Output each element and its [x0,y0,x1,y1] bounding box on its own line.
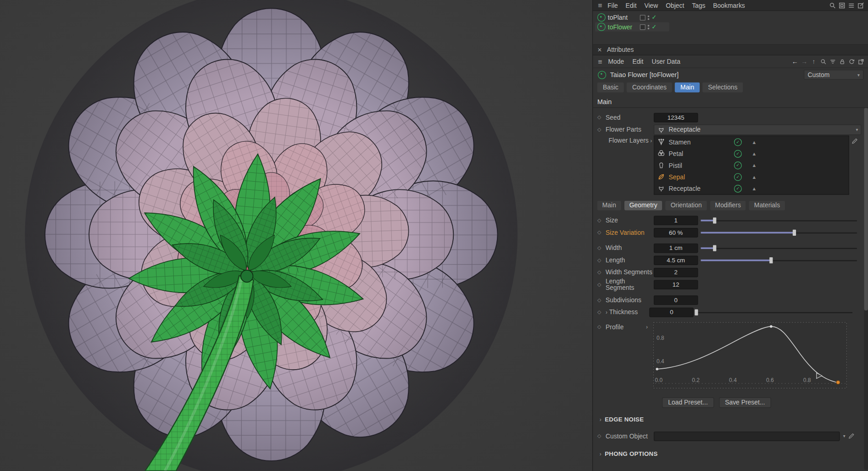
popout-icon[interactable] [857,58,865,65]
visibility-dots[interactable] [648,25,650,29]
refresh-icon[interactable] [847,58,856,65]
layer-item-sepal[interactable]: Sepal ✓ ▲ [654,171,849,183]
search-icon[interactable] [819,58,828,65]
enabled-check-icon[interactable]: ✓ [651,14,657,20]
length-segments-input[interactable]: 12 [654,280,698,289]
curve-point[interactable] [656,368,659,371]
search-icon[interactable] [828,2,837,9]
chevron-right-icon[interactable]: › [650,138,652,144]
close-icon[interactable]: ✕ [597,47,602,53]
keyframe-diamond-icon[interactable]: ◇ [597,217,606,223]
layer-item-pistil[interactable]: Pistil ✓ ▲ [654,160,849,171]
chevron-right-icon[interactable]: › [606,309,607,315]
load-preset-button[interactable]: Load Preset... [662,397,714,408]
keyframe-diamond-icon[interactable]: ◇ [597,324,606,329]
object-item-toPlant[interactable]: toPlant ✓ [595,13,669,22]
layer-item-receptacle[interactable]: Receptacle ✓ ▲ [654,183,849,194]
edit-pen-icon[interactable] [852,138,858,145]
panel-hamburger-icon[interactable]: ≡ [596,57,604,66]
layer-enabled-check-icon[interactable]: ✓ [734,150,742,157]
phong-options-section-header[interactable]: › PHONG OPTIONS [600,450,868,457]
layer-color-chip[interactable] [640,15,645,20]
layer-enabled-check-icon[interactable]: ✓ [734,173,742,181]
menu-file[interactable]: File [604,2,622,8]
subdivisions-input[interactable]: 0 [654,295,698,305]
size-variation-input[interactable]: 60 % [654,228,698,238]
size-input[interactable]: 1 [654,216,698,225]
up-arrow-icon[interactable]: ↑ [809,58,818,65]
menu-object[interactable]: Object [662,2,688,8]
width-slider[interactable] [701,244,857,252]
layer-solo-triangle-icon[interactable]: ▲ [752,139,757,144]
enabled-check-icon[interactable]: ✓ [651,24,657,30]
viewport-3d[interactable] [0,0,592,471]
keyframe-diamond-icon[interactable]: ◇ [597,245,606,251]
save-preset-button[interactable]: Save Preset... [719,397,771,408]
layer-solo-triangle-icon[interactable]: ▲ [752,162,757,168]
layer-enabled-check-icon[interactable]: ✓ [734,161,742,169]
filter-icon[interactable] [828,58,837,65]
frame-icon[interactable] [837,2,846,9]
layer-item-stamen[interactable]: Stamen ✓ ▲ [654,136,849,148]
preset-dropdown[interactable]: Custom▾ [804,70,863,80]
tab-main[interactable]: Main [675,83,700,93]
keyframe-diamond-icon[interactable]: ◇ [597,257,606,263]
layer-color-chip[interactable] [640,24,645,29]
width-input[interactable]: 1 cm [654,243,698,253]
menu-view[interactable]: View [640,2,662,8]
chevron-down-icon[interactable]: ▾ [843,433,846,438]
tab-basic[interactable]: Basic [597,83,624,93]
size-slider[interactable] [701,216,857,224]
keyframe-diamond-icon[interactable]: ◇ [597,297,606,303]
panel-scrollbar[interactable] [864,108,868,470]
layer-enabled-check-icon[interactable]: ✓ [734,138,742,146]
object-item-toFlower[interactable]: toFlower ✓ [595,22,669,32]
curve-tangent-handle[interactable] [817,373,822,378]
curve-point-selected[interactable] [836,381,840,384]
list-icon[interactable] [846,2,856,9]
keyframe-diamond-icon[interactable]: ◇ [597,230,606,235]
subtab-materials[interactable]: Materials [749,201,785,211]
size-variation-slider[interactable] [701,229,857,236]
keyframe-diamond-icon[interactable]: ◇ [597,309,606,315]
length-slider[interactable] [701,256,857,264]
tab-selections[interactable]: Selections [702,83,743,93]
curve-point[interactable] [770,325,773,328]
width-segments-input[interactable]: 2 [654,267,698,277]
lock-icon[interactable] [838,58,846,65]
length-input[interactable]: 4.5 cm [654,255,698,265]
user-data-menu[interactable]: User Data [648,58,684,65]
edit-pen-icon[interactable] [849,432,855,440]
custom-object-link-field[interactable] [654,432,840,441]
tab-coordinates[interactable]: Coordinates [627,83,672,93]
seed-input[interactable]: 12345 [654,113,698,122]
menu-edit[interactable]: Edit [622,2,640,8]
edit-menu[interactable]: Edit [629,58,647,65]
flower-parts-dropdown[interactable]: Receptacle ▾ [654,124,861,135]
keyframe-diamond-icon[interactable]: ◇ [597,433,606,439]
keyframe-diamond-icon[interactable]: ◇ [597,127,606,132]
layer-enabled-check-icon[interactable]: ✓ [734,184,742,192]
thickness-input[interactable]: 0 [650,307,694,317]
visibility-dots[interactable] [648,15,650,20]
layer-solo-triangle-icon[interactable]: ▲ [752,174,757,179]
subtab-geometry[interactable]: Geometry [624,201,662,211]
mode-menu[interactable]: Mode [604,58,628,65]
layer-solo-triangle-icon[interactable]: ▲ [752,151,757,156]
scrollbar-thumb[interactable] [864,108,868,310]
keyframe-diamond-icon[interactable]: ◇ [597,115,606,120]
layer-item-petal[interactable]: Petal ✓ ▲ [654,148,849,159]
compose-icon[interactable] [856,2,865,9]
keyframe-diamond-icon[interactable]: ◇ [597,282,606,287]
subtab-main[interactable]: Main [597,201,621,211]
menu-hamburger-icon[interactable]: ≡ [596,1,604,9]
edge-noise-section-header[interactable]: › EDGE NOISE [600,416,868,422]
keyframe-diamond-icon[interactable]: ◇ [597,270,606,275]
profile-curve-editor[interactable]: 0.8 0.4 0.0 0.2 0.4 0.6 0.8 [653,321,848,389]
back-arrow-icon[interactable]: ← [790,58,799,65]
chevron-right-icon[interactable]: › [646,324,648,330]
subtab-orientation[interactable]: Orientation [666,201,707,211]
thickness-slider[interactable] [696,309,852,316]
layer-solo-triangle-icon[interactable]: ▲ [752,186,757,191]
subtab-modifiers[interactable]: Modifiers [710,201,746,211]
